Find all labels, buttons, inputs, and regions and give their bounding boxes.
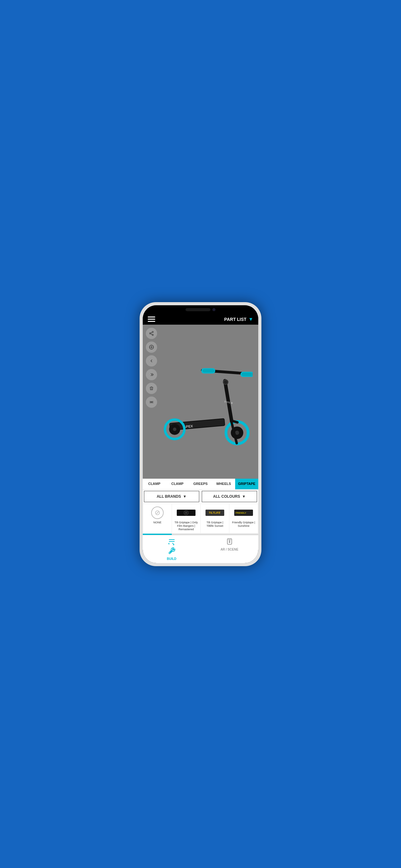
svg-rect-9 bbox=[241, 372, 253, 376]
product-friendly1[interactable]: FRIENDLY Friendly Griptape | Sunshine bbox=[230, 504, 258, 533]
share-button[interactable] bbox=[146, 328, 157, 339]
tilt1-tape-svg bbox=[177, 508, 196, 518]
build-label: BUILD bbox=[167, 557, 176, 561]
svg-point-20 bbox=[152, 331, 153, 333]
tab-griptape[interactable]: GRIPTAPE bbox=[235, 479, 258, 489]
scooter-viewer: APEX TYPE R bbox=[143, 324, 258, 479]
phone-notch bbox=[143, 305, 258, 314]
product-tilt2[interactable]: TILTLIFE Tilt Griptape | Tiltlife Sunset bbox=[201, 504, 229, 533]
build-icon bbox=[168, 538, 175, 547]
phone-frame: PART LIST ▼ APEX TYPE R bbox=[140, 302, 261, 566]
part-list-chevron: ▼ bbox=[248, 316, 253, 322]
tab-clamp2[interactable]: CLAMP bbox=[166, 479, 189, 489]
product-none-label: NONE bbox=[153, 521, 162, 524]
brands-filter-label: ALL BRANDS bbox=[157, 494, 181, 499]
nav-ar-scene[interactable]: AR / SCENE bbox=[201, 535, 258, 563]
friendly1-tape-svg: FRIENDLY bbox=[234, 508, 253, 518]
none-circle-icon: ⊘ bbox=[151, 506, 164, 519]
svg-point-31 bbox=[151, 402, 152, 403]
none-image: ⊘ bbox=[148, 506, 167, 520]
hamburger-line-1 bbox=[148, 316, 155, 317]
nav-build[interactable]: BUILD bbox=[143, 535, 201, 563]
product-tilt2-label: Tilt Griptape | Tiltlife Sunset bbox=[203, 521, 227, 528]
friendly1-image: FRIENDLY bbox=[234, 506, 253, 520]
svg-text:FRIENDLY: FRIENDLY bbox=[235, 512, 246, 514]
app-header: PART LIST ▼ bbox=[143, 314, 258, 324]
ar-scene-label: AR / SCENE bbox=[221, 548, 238, 551]
tab-clamp1[interactable]: CLAMP bbox=[143, 479, 166, 489]
svg-line-24 bbox=[151, 332, 153, 333]
brands-chevron-icon: ▼ bbox=[183, 494, 187, 499]
back-button[interactable] bbox=[146, 355, 157, 367]
scooter-image: APEX TYPE R bbox=[149, 332, 253, 471]
svg-point-22 bbox=[152, 334, 153, 335]
scale-button[interactable] bbox=[146, 397, 157, 408]
product-friendly1-label: Friendly Griptape | Sunshine bbox=[231, 521, 256, 528]
svg-point-38 bbox=[185, 512, 188, 514]
viewer-toolbar bbox=[146, 328, 157, 408]
ar-scene-icon bbox=[226, 538, 233, 547]
svg-point-47 bbox=[229, 540, 230, 541]
colours-filter[interactable]: ALL COLOURS ▼ bbox=[202, 491, 257, 502]
target-button[interactable] bbox=[146, 342, 157, 353]
tab-wheels[interactable]: WHEELS bbox=[212, 479, 235, 489]
scooter-canvas: APEX TYPE R bbox=[143, 324, 258, 479]
hamburger-line-2 bbox=[148, 319, 155, 320]
svg-point-17 bbox=[173, 428, 176, 431]
tilt1-image bbox=[177, 506, 196, 520]
front-camera bbox=[212, 308, 215, 311]
product-none[interactable]: ⊘ NONE bbox=[143, 504, 171, 533]
phone-screen: PART LIST ▼ APEX TYPE R bbox=[143, 305, 258, 563]
tab-greeps[interactable]: GREEPS bbox=[189, 479, 212, 489]
bottom-navigation: BUILD AR / SCENE bbox=[143, 535, 258, 563]
product-tilt1-label: Tilt Griptape | Only Film Bangers | Rema… bbox=[174, 521, 198, 531]
svg-text:TILTLIFE: TILTLIFE bbox=[209, 511, 221, 514]
product-tilt1[interactable]: Tilt Griptape | Only Film Bangers | Rema… bbox=[172, 504, 200, 533]
svg-point-21 bbox=[149, 333, 151, 334]
svg-line-23 bbox=[151, 334, 153, 335]
menu-button[interactable] bbox=[148, 316, 155, 322]
part-tabs: CLAMP CLAMP GREEPS WHEELS GRIPTAPE bbox=[143, 479, 258, 489]
tilt2-tape-svg: TILTLIFE bbox=[205, 508, 224, 518]
svg-point-26 bbox=[151, 346, 152, 348]
part-list-label: PART LIST bbox=[224, 317, 246, 322]
build-wrench-icon bbox=[168, 547, 175, 556]
svg-point-11 bbox=[224, 380, 227, 384]
forward-button[interactable] bbox=[146, 369, 157, 380]
filter-row: ALL BRANDS ▼ ALL COLOURS ▼ bbox=[143, 489, 258, 503]
tilt2-image: TILTLIFE bbox=[205, 506, 224, 520]
notch-pill bbox=[186, 308, 210, 311]
svg-point-25 bbox=[149, 345, 153, 349]
hamburger-line-3 bbox=[148, 321, 155, 322]
colours-filter-label: ALL COLOURS bbox=[213, 494, 240, 499]
delete-button[interactable] bbox=[146, 383, 157, 394]
product-grid: ⊘ NONE Tilt Griptape | Only Film Bangers… bbox=[143, 503, 258, 533]
svg-rect-8 bbox=[202, 369, 214, 373]
part-list-button[interactable]: PART LIST ▼ bbox=[224, 316, 253, 322]
colours-chevron-icon: ▼ bbox=[242, 494, 246, 499]
brands-filter[interactable]: ALL BRANDS ▼ bbox=[144, 491, 199, 502]
